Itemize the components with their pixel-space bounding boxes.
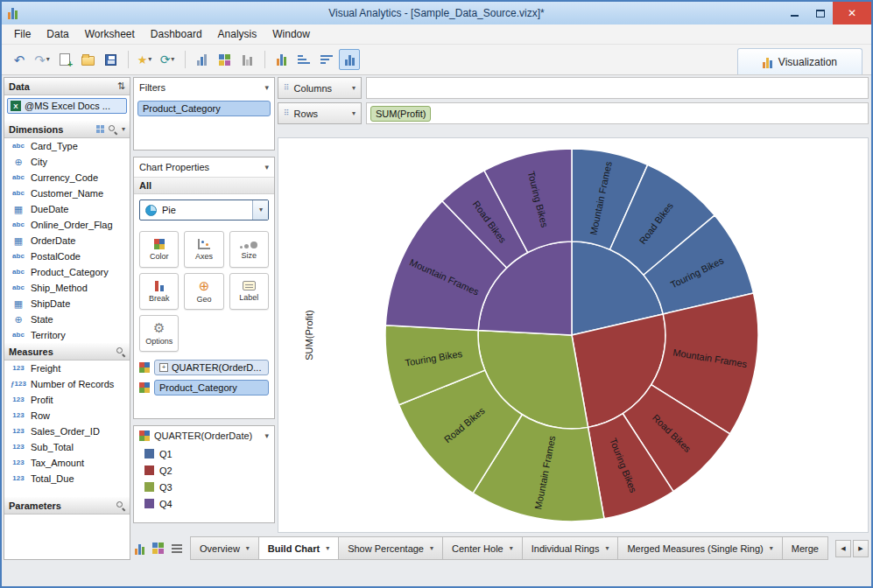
dimension-item[interactable]: abcCurrency_Code [4, 170, 130, 186]
dimension-item[interactable]: abcOnline_Order_Flag [4, 217, 130, 233]
chart-type-select[interactable]: Pie ▾ [139, 200, 269, 220]
tab-build-chart[interactable]: Build Chart▾ [259, 536, 339, 560]
chevron-down-icon[interactable]: ▾ [122, 126, 125, 133]
save-button[interactable] [100, 49, 121, 70]
tab-scroll-left-button[interactable]: ◀ [835, 540, 851, 557]
options-button[interactable]: ⚙Options [139, 315, 179, 352]
dimension-item[interactable]: ▦OrderDate [4, 233, 130, 248]
menu-window[interactable]: Window [264, 26, 318, 42]
chevron-down-icon[interactable]: ▾ [770, 545, 773, 552]
minimize-button[interactable] [782, 2, 807, 24]
maximize-button[interactable] [807, 2, 833, 24]
group-icon[interactable] [96, 125, 104, 133]
axes-button[interactable]: Axes [184, 231, 223, 268]
search-icon[interactable] [116, 500, 125, 510]
size-button[interactable]: Size [229, 231, 269, 268]
columns-shelf-field[interactable] [366, 77, 869, 99]
dimensions-header[interactable]: Dimensions ▾ [4, 121, 130, 138]
measure-item[interactable]: 123Sub_Total [4, 439, 130, 455]
legend-item[interactable]: Q1 [134, 445, 274, 462]
chart-view-mode-icon[interactable] [135, 542, 144, 555]
chart-properties-header[interactable]: Chart Properties ▾ [134, 158, 274, 177]
wizard-button[interactable]: ★▾ [134, 49, 155, 70]
geo-button[interactable]: ⊕Geo [184, 273, 223, 310]
columns-shelf-button[interactable]: ⠿ Columns ▾ [278, 77, 362, 99]
measure-item[interactable]: 123Row [4, 408, 130, 424]
menu-dashboard[interactable]: Dashboard [143, 26, 210, 42]
label-button[interactable]: Label [229, 273, 269, 310]
chart-view-button[interactable] [339, 49, 360, 70]
chevron-down-icon[interactable]: ▾ [264, 432, 269, 440]
legend-item[interactable]: Q4 [134, 495, 274, 512]
title-bar[interactable]: Visual Analytics - [Sample_Data_Source.v… [2, 2, 871, 24]
filter-pill[interactable]: Product_Category [137, 101, 271, 116]
search-icon[interactable] [108, 124, 117, 134]
rows-shelf-field[interactable]: SUM(Profit) [366, 102, 869, 124]
color-button[interactable]: Color [139, 231, 179, 268]
rows-shelf-button[interactable]: ⠿ Rows ▾ [278, 102, 362, 124]
chevron-down-icon[interactable]: ▾ [605, 545, 609, 552]
chevron-down-icon[interactable]: ▾ [246, 545, 250, 552]
chevron-down-icon[interactable]: ▾ [326, 545, 329, 552]
tab-overview[interactable]: Overview▾ [190, 536, 259, 560]
tab-individual-rings[interactable]: Individual Rings▾ [523, 536, 619, 560]
menu-analysis[interactable]: Analysis [210, 26, 265, 42]
measure-item[interactable]: 123Sales_Order_ID [4, 424, 130, 439]
break-button[interactable]: Break [139, 273, 179, 310]
legend-item[interactable]: Q3 [134, 479, 274, 495]
expand-plus-icon[interactable]: + [159, 363, 168, 372]
tab-scroll-right-button[interactable]: ▶ [853, 540, 869, 557]
measure-chart-button[interactable] [236, 49, 257, 70]
rows-pill[interactable]: SUM(Profit) [370, 106, 431, 122]
dimension-item[interactable]: abcCard_Type [4, 138, 130, 154]
dimension-item[interactable]: abcCustomer_Name [4, 186, 130, 201]
chart-type-dropdown[interactable]: ▾ [252, 200, 268, 220]
visualization-tab[interactable]: Visualization [737, 48, 862, 74]
menu-data[interactable]: Data [39, 26, 76, 42]
dimension-item[interactable]: abcShip_Method [4, 280, 130, 296]
measure-item[interactable]: 123Freight [4, 360, 130, 376]
chevron-down-icon[interactable]: ▾ [264, 84, 269, 92]
legend-item[interactable]: Q2 [134, 462, 274, 479]
dimension-item[interactable]: ⊕City [4, 154, 130, 170]
sort-ascending-button[interactable] [293, 49, 314, 70]
dimension-item[interactable]: ▦ShipDate [4, 296, 130, 312]
list-view-mode-icon[interactable] [172, 544, 182, 553]
sort-descending-button[interactable] [316, 49, 337, 70]
dimension-item[interactable]: abcProduct_Category [4, 264, 130, 280]
dimension-item[interactable]: abcTerritory [4, 327, 130, 343]
tab-show-percentage[interactable]: Show Percentage▾ [339, 536, 443, 560]
measures-header[interactable]: Measures [4, 343, 130, 360]
new-document-button[interactable] [54, 49, 75, 70]
measure-item[interactable]: ƒ123Number of Records [4, 376, 130, 392]
measure-item[interactable]: 123Tax_Amount [4, 455, 130, 471]
chevron-down-icon[interactable]: ▾ [430, 545, 433, 552]
pivot-grid-button[interactable] [214, 49, 235, 70]
grid-view-mode-icon[interactable] [152, 542, 164, 554]
sunburst-chart[interactable]: Mountain FramesRoad BikesTouring BikesMo… [296, 141, 856, 531]
measure-item[interactable]: 123Total_Due [4, 471, 130, 486]
chevron-down-icon[interactable]: ▾ [510, 545, 513, 552]
swap-icon[interactable]: ⇅ [117, 80, 125, 92]
quarter-binding-pill[interactable]: + QUARTER(OrderD... [154, 360, 269, 375]
dimension-item[interactable]: abcPostalCode [4, 248, 130, 264]
measure-item[interactable]: 123Profit [4, 392, 130, 408]
chevron-down-icon[interactable]: ▾ [264, 164, 269, 172]
redo-button[interactable]: ↷▾ [32, 49, 53, 70]
menu-file[interactable]: File [6, 26, 39, 42]
refresh-button[interactable]: ⟳▾ [157, 49, 178, 70]
filters-header[interactable]: Filters ▾ [134, 78, 274, 97]
chart-small-button[interactable] [191, 49, 212, 70]
dimension-item[interactable]: ⊕State [4, 312, 130, 327]
open-button[interactable] [77, 49, 98, 70]
legend-header[interactable]: QUARTER(OrderDate) ▾ [134, 426, 274, 445]
menu-worksheet[interactable]: Worksheet [77, 26, 143, 42]
data-source-item[interactable]: X @MS Excel Docs ... [7, 98, 127, 114]
bar-chart-button[interactable] [271, 49, 292, 70]
data-panel-header[interactable]: Data ⇅ [4, 78, 130, 95]
parameters-header[interactable]: Parameters [4, 497, 130, 514]
undo-button[interactable]: ↶ [9, 49, 30, 70]
tab-merged-measures[interactable]: Merged Measures (Single Ring)▾ [618, 536, 782, 560]
tab-center-hole[interactable]: Center Hole▾ [443, 536, 523, 560]
tab-merge[interactable]: Merge [783, 536, 828, 560]
